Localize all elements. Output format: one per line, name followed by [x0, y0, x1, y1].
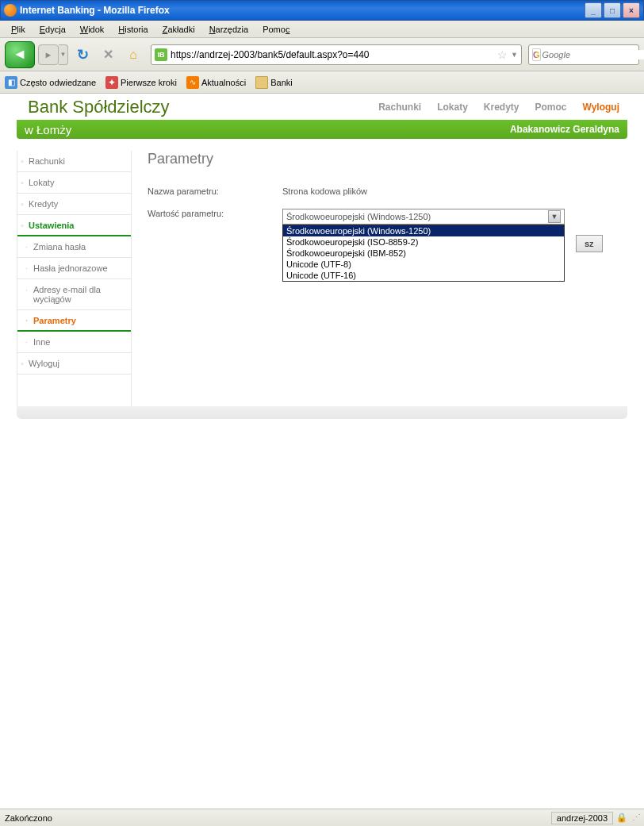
option-win1250[interactable]: Środkowoeuropejski (Windows-1250) [283, 225, 564, 236]
url-bar[interactable]: IB ☆ ▼ [151, 44, 522, 65]
folder-icon [255, 76, 268, 89]
sidebar-item-settings[interactable]: Ustawienia [17, 215, 131, 236]
bookmark-firststeps[interactable]: ✦Pierwsze kroki [105, 76, 177, 89]
bookmark-star-icon[interactable]: ☆ [497, 48, 508, 61]
status-host: andrzej-2003 [551, 812, 613, 824]
nav-deposits[interactable]: Lokaty [437, 102, 468, 113]
sidebar: Rachunki Lokaty Kredyty Ustawienia Zmian… [17, 151, 132, 406]
page-viewport: Bank Spółdzielczy Rachunki Lokaty Kredyt… [0, 94, 644, 809]
page-title: Parametry [148, 151, 611, 167]
url-dropdown-icon[interactable]: ▼ [511, 51, 518, 59]
nav-credits[interactable]: Kredyty [484, 102, 519, 113]
param-value-label: Wartość parametru: [148, 209, 282, 225]
search-box[interactable]: G 🔍 [528, 44, 639, 65]
save-button[interactable]: sz [576, 235, 603, 252]
top-navigation: Rachunki Lokaty Kredyty Pomoc Wyloguj [378, 102, 619, 113]
bank-name: Bank Spółdzielczy [28, 97, 170, 117]
sidebar-item-logout[interactable]: Wyloguj [17, 353, 131, 375]
option-ibm852[interactable]: Środkowoeuropejski (IBM-852) [283, 248, 564, 259]
search-engine-icon[interactable]: G [532, 48, 541, 61]
param-name-label: Nazwa parametru: [148, 186, 282, 196]
resize-grip[interactable]: ⋰ [632, 813, 639, 823]
close-button[interactable]: × [623, 2, 640, 18]
window-title: Internet Banking - Mozilla Firefox [20, 5, 585, 16]
site-identity-icon[interactable]: IB [155, 48, 167, 61]
menu-tools[interactable]: Narzędzia [203, 23, 255, 36]
stop-button[interactable]: ✕ [97, 44, 119, 66]
bookmark-banks[interactable]: Banki [255, 76, 293, 89]
nav-help[interactable]: Pomoc [535, 102, 567, 113]
sidebar-item-changepw[interactable]: Zmiana hasła [17, 236, 131, 258]
sidebar-item-credits[interactable]: Kredyty [17, 194, 131, 215]
codepage-select[interactable]: Środkowoeuropejski (Windows-1250) ▼ Środ… [282, 209, 565, 225]
menu-edit[interactable]: Edycja [33, 23, 72, 36]
menu-help[interactable]: Pomoc [256, 23, 296, 36]
bank-location: w Łomży [25, 123, 71, 136]
status-bar: Zakończono andrzej-2003 🔒 ⋰ [0, 809, 644, 826]
visited-icon: ◧ [5, 76, 17, 89]
select-value: Środkowoeuropejski (Windows-1250) [286, 212, 431, 221]
lock-icon: 🔒 [616, 813, 627, 823]
menu-history[interactable]: Historia [112, 23, 154, 36]
param-name-value: Strona kodowa plików [282, 186, 367, 196]
sidebar-item-deposits[interactable]: Lokaty [17, 172, 131, 194]
user-name: Abakanowicz Geraldyna [510, 124, 619, 135]
sidebar-item-params[interactable]: Parametry [17, 310, 131, 332]
select-options-list: Środkowoeuropejski (Windows-1250) Środko… [282, 225, 565, 282]
navigation-toolbar: ◄ ► ▼ ↻ ✕ ⌂ IB ☆ ▼ G 🔍 [0, 38, 644, 71]
minimize-button[interactable]: _ [585, 2, 602, 18]
menu-view[interactable]: Widok [74, 23, 111, 36]
url-input[interactable] [171, 49, 497, 60]
menu-file[interactable]: Plik [5, 23, 32, 36]
rss-icon: ∿ [186, 76, 199, 89]
sidebar-item-otp[interactable]: Hasła jednorazowe [17, 258, 131, 279]
firefox-icon [4, 4, 17, 17]
menu-bookmarks[interactable]: Zakładki [156, 23, 201, 36]
chevron-down-icon[interactable]: ▼ [548, 210, 561, 223]
bank-header: Bank Spółdzielczy Rachunki Lokaty Kredyt… [17, 94, 627, 120]
reload-button[interactable]: ↻ [71, 44, 94, 66]
main-content: Parametry Nazwa parametru: Strona kodowa… [132, 151, 627, 406]
firststeps-icon: ✦ [105, 76, 118, 89]
maximize-button[interactable]: □ [604, 2, 621, 18]
status-text: Zakończono [5, 813, 52, 823]
nav-accounts[interactable]: Rachunki [378, 102, 421, 113]
option-utf16[interactable]: Unicode (UTF-16) [283, 270, 564, 281]
option-iso8859[interactable]: Środkowoeuropejski (ISO-8859-2) [283, 236, 564, 248]
content-footer [17, 406, 627, 419]
bookmark-news[interactable]: ∿Aktualności [186, 76, 246, 89]
select-display[interactable]: Środkowoeuropejski (Windows-1250) ▼ [282, 209, 565, 225]
home-button[interactable]: ⌂ [122, 44, 144, 66]
forward-button[interactable]: ► [38, 44, 59, 65]
bookmark-visited[interactable]: ◧Często odwiedzane [5, 76, 96, 89]
menu-bar: Plik Edycja Widok Historia Zakładki Narz… [0, 21, 644, 38]
search-input[interactable] [542, 50, 644, 60]
option-utf8[interactable]: Unicode (UTF-8) [283, 259, 564, 270]
bank-subheader: w Łomży Abakanowicz Geraldyna [17, 120, 627, 139]
nav-history-dropdown[interactable]: ▼ [59, 44, 68, 65]
window-titlebar: Internet Banking - Mozilla Firefox _ □ × [0, 0, 644, 21]
bookmarks-toolbar: ◧Często odwiedzane ✦Pierwsze kroki ∿Aktu… [0, 71, 644, 94]
nav-logout[interactable]: Wyloguj [583, 102, 619, 113]
back-button[interactable]: ◄ [5, 41, 35, 68]
sidebar-item-other[interactable]: Inne [17, 332, 131, 353]
sidebar-item-email[interactable]: Adresy e-mail dla wyciągów [17, 279, 131, 310]
sidebar-item-accounts[interactable]: Rachunki [17, 151, 131, 172]
